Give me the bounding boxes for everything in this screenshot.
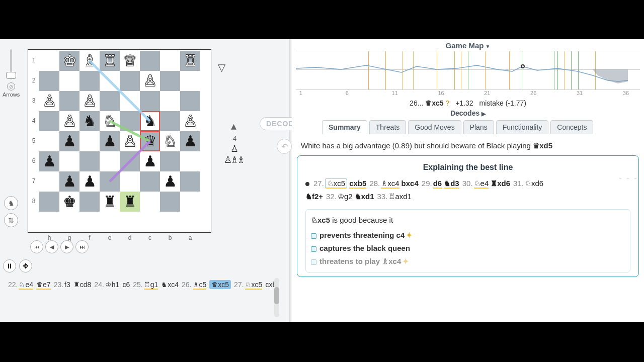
chess-board[interactable]: 12345678hgfedcba♔♗♖♕♖♙♙♙♙♞♘♞♙♟♟♙♛♘♟♟♟♟♟♟… — [28, 49, 211, 233]
best-line-panel: Explaining the best line 27.♘xc5cxb528.♗… — [297, 155, 639, 277]
undo-icon[interactable]: ↶ — [277, 139, 292, 154]
pause-icon[interactable]: ⏸ — [3, 259, 16, 273]
summary-text: White has a big advantage (0.89) but sho… — [292, 134, 644, 155]
tab-threats[interactable]: Threats — [369, 120, 406, 134]
tab-functionality[interactable]: Functionality — [496, 120, 549, 134]
fish-icon[interactable]: ✥ — [19, 259, 32, 273]
swap-icon[interactable]: ⇅ — [4, 213, 18, 227]
tab-concepts[interactable]: Concepts — [550, 120, 593, 134]
best-line-title: Explaining the best line — [305, 163, 630, 172]
tab-summary[interactable]: Summary — [322, 120, 367, 134]
current-move-eval: 26... ♛xc5 ? +1.32 mistake (-1.77) — [292, 98, 644, 109]
arrows-off-icon[interactable]: ⊘ — [7, 82, 15, 90]
arrows-label: Arrows — [3, 92, 20, 98]
nav-next-button[interactable]: ▶ — [60, 240, 73, 253]
move-list-scrollbar[interactable] — [274, 278, 279, 317]
nav-last-button[interactable]: ⏭ — [75, 240, 89, 253]
game-map-title[interactable]: Game Map▼ — [292, 39, 644, 51]
nav-first-button[interactable]: ⏮ — [30, 240, 43, 253]
move-list[interactable]: 22.♘e4♛e723.f3♜cd824.♔h1c625.♖g1♞xc426.♗… — [5, 277, 274, 319]
turn-cursor-icon: ▽ — [218, 61, 225, 73]
why-good-panel: ♘xc5 is good because itprevents threaten… — [305, 209, 630, 273]
dash-indicator: - - - — [619, 173, 638, 184]
decodes-title[interactable]: Decodes ▶ — [292, 109, 644, 117]
tab-plans[interactable]: Plans — [463, 120, 494, 134]
move-nav: ⏮ ◀ ▶ ⏭ — [30, 240, 89, 253]
captured-pieces: ▴ -4 ♙ ♙♗♗ — [224, 120, 244, 165]
knight-tool-icon[interactable]: ♞ — [4, 196, 18, 210]
eval-graph[interactable]: 0 -3.8 — [296, 51, 640, 90]
analysis-tabs: SummaryThreatsGood MovesPlansFunctionali… — [322, 120, 644, 134]
arrows-slider[interactable] — [10, 49, 12, 79]
nav-prev-button[interactable]: ◀ — [45, 240, 58, 253]
tab-good-moves[interactable]: Good Moves — [408, 120, 461, 134]
